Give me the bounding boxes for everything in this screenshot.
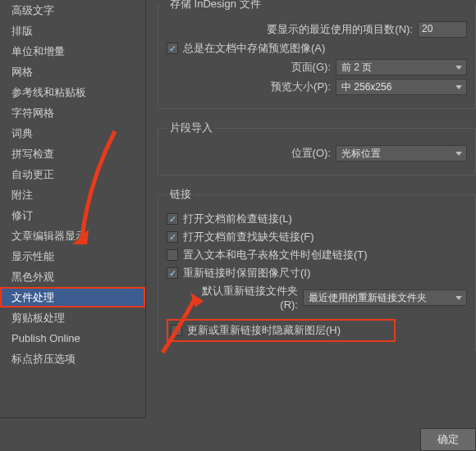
sidebar-item-publish[interactable]: Publish Online xyxy=(0,328,145,348)
sidebar-item-file-handling[interactable]: 文件处理 xyxy=(0,287,145,308)
button-bar: 确定 xyxy=(420,428,476,451)
page-select[interactable]: 前 2 页 xyxy=(336,59,467,75)
page-label: 页面(G): xyxy=(291,60,331,75)
sidebar-item-guides[interactable]: 参考线和粘贴板 xyxy=(0,82,145,102)
save-legend: 存储 InDesign 文件 xyxy=(167,0,264,11)
sidebar-item-composition[interactable]: 排版 xyxy=(0,20,145,41)
hide-layers-checkbox[interactable]: 更新或重新链接时隐藏新图层(H) xyxy=(171,323,341,338)
sidebar-item-notes[interactable]: 附注 xyxy=(0,184,145,205)
sidebar-item-advanced-type[interactable]: 高级文字 xyxy=(0,0,145,20)
create-text-links-label: 置入文本和电子表格文件时创建链接(T) xyxy=(183,248,368,262)
relink-folder-label: 默认重新链接文件夹(R): xyxy=(185,284,298,311)
checkbox-icon[interactable] xyxy=(171,325,182,336)
sidebar-item-grid[interactable]: 网格 xyxy=(0,61,145,82)
recent-items-label: 要显示的最近使用的项目数(N): xyxy=(267,22,413,37)
sidebar-item-display-perf[interactable]: 显示性能 xyxy=(0,246,145,266)
checkbox-icon[interactable] xyxy=(167,213,178,225)
keep-dims-checkbox[interactable]: 重新链接时保留图像尺寸(I) xyxy=(167,266,310,280)
main-panel: 存储 InDesign 文件 要显示的最近使用的项目数(N): 20 总是在文档… xyxy=(146,0,476,451)
sidebar: 高级文字 排版 单位和增量 网格 参考线和粘贴板 字符网格 词典 拼写检查 自动… xyxy=(0,0,146,418)
sidebar-item-autocorrect[interactable]: 自动更正 xyxy=(0,164,145,184)
highlight-annotation: 更新或重新链接时隐藏新图层(H) xyxy=(167,319,396,342)
fragment-legend: 片段导入 xyxy=(167,121,216,135)
checkbox-icon[interactable] xyxy=(167,249,178,261)
check-links-checkbox[interactable]: 打开文档前检查链接(L) xyxy=(167,212,292,226)
recent-items-input[interactable]: 20 xyxy=(418,21,467,38)
checkbox-icon[interactable] xyxy=(167,267,178,279)
preview-size-select[interactable]: 中 256x256 xyxy=(336,79,467,95)
find-missing-label: 打开文档前查找缺失链接(F) xyxy=(183,230,314,244)
preview-size-label: 预览大小(P): xyxy=(271,80,331,94)
check-links-label: 打开文档前检查链接(L) xyxy=(183,212,292,226)
sidebar-item-spelling[interactable]: 拼写检查 xyxy=(0,144,145,164)
ok-button[interactable]: 确定 xyxy=(420,428,476,451)
position-label: 位置(O): xyxy=(291,146,331,161)
sidebar-item-punctuation[interactable]: 标点挤压选项 xyxy=(0,348,145,369)
checkbox-icon[interactable] xyxy=(167,231,178,243)
always-preview-checkbox[interactable]: 总是在文档中存储预览图像(A) xyxy=(167,41,325,56)
sidebar-item-story-editor[interactable]: 文章编辑器显示 xyxy=(0,226,145,246)
sidebar-item-dictionary[interactable]: 词典 xyxy=(0,123,145,144)
find-missing-checkbox[interactable]: 打开文档前查找缺失链接(F) xyxy=(167,230,314,244)
keep-dims-label: 重新链接时保留图像尺寸(I) xyxy=(183,266,310,280)
sidebar-item-black[interactable]: 黑色外观 xyxy=(0,266,145,287)
fragment-group: 片段导入 位置(O): 光标位置 xyxy=(158,121,476,175)
links-legend: 链接 xyxy=(167,187,195,202)
position-select[interactable]: 光标位置 xyxy=(336,145,467,162)
hide-layers-label: 更新或重新链接时隐藏新图层(H) xyxy=(187,323,341,338)
save-group: 存储 InDesign 文件 要显示的最近使用的项目数(N): 20 总是在文档… xyxy=(158,0,476,109)
sidebar-item-track-changes[interactable]: 修订 xyxy=(0,205,145,226)
checkbox-icon[interactable] xyxy=(167,43,178,54)
links-group: 链接 打开文档前检查链接(L) 打开文档前查找缺失链接(F) 置入文本和电子表格… xyxy=(158,187,476,352)
always-preview-label: 总是在文档中存储预览图像(A) xyxy=(183,41,325,56)
relink-folder-select[interactable]: 最近使用的重新链接文件夹 xyxy=(303,289,467,306)
sidebar-item-char-grid[interactable]: 字符网格 xyxy=(0,102,145,123)
sidebar-item-units[interactable]: 单位和增量 xyxy=(0,41,145,61)
sidebar-item-clipboard[interactable]: 剪贴板处理 xyxy=(0,308,145,328)
create-text-links-checkbox[interactable]: 置入文本和电子表格文件时创建链接(T) xyxy=(167,248,368,262)
